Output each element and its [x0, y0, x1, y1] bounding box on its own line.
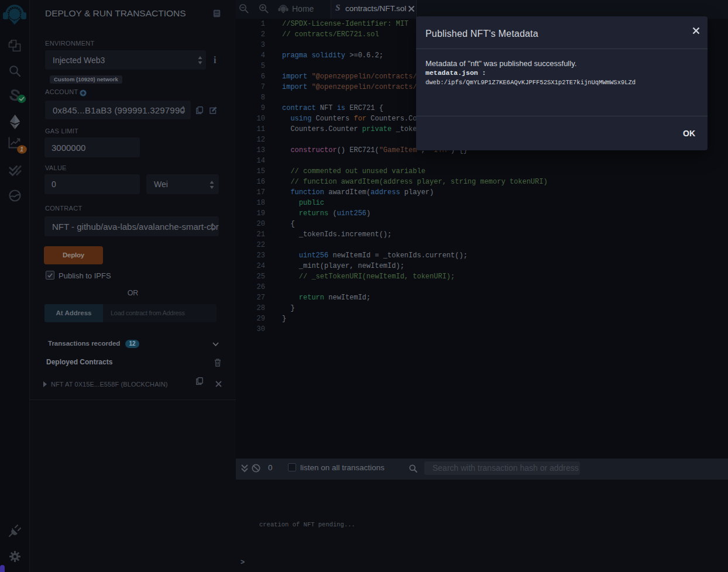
svg-text:1: 1: [20, 146, 23, 153]
